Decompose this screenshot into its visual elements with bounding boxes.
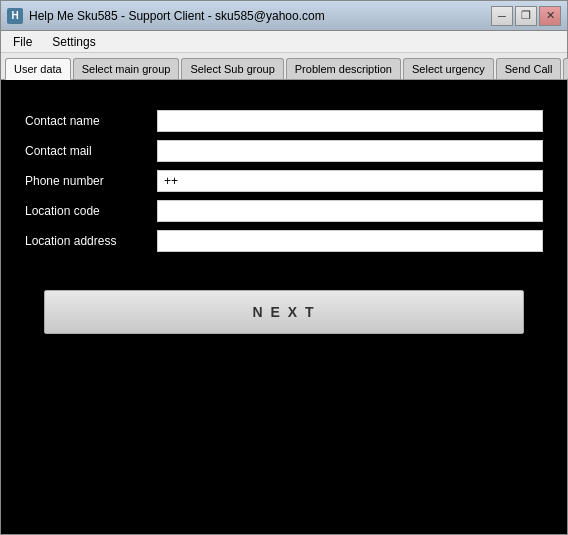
close-button[interactable]: ✕ [539, 6, 561, 26]
menu-bar: File Settings [1, 31, 567, 53]
location-address-label: Location address [25, 234, 145, 248]
next-button-area: N E X T [25, 290, 543, 334]
menu-file[interactable]: File [5, 33, 40, 51]
tab-select-main-group[interactable]: Select main group [73, 58, 180, 79]
window-controls: ─ ❐ ✕ [491, 6, 561, 26]
location-code-row: Location code [25, 200, 543, 222]
location-code-input[interactable] [157, 200, 543, 222]
user-data-form: Contact name Contact mail Phone number L… [25, 100, 543, 270]
menu-settings[interactable]: Settings [44, 33, 103, 51]
phone-number-row: Phone number [25, 170, 543, 192]
tab-select-sub-group[interactable]: Select Sub group [181, 58, 283, 79]
minimize-button[interactable]: ─ [491, 6, 513, 26]
tab-settings[interactable]: Settings [563, 58, 568, 79]
window-title: Help Me Sku585 - Support Client - sku585… [29, 9, 325, 23]
restore-button[interactable]: ❐ [515, 6, 537, 26]
tab-bar: User data Select main group Select Sub g… [1, 53, 567, 80]
tab-send-call[interactable]: Send Call [496, 58, 562, 79]
contact-mail-label: Contact mail [25, 144, 145, 158]
contact-name-row: Contact name [25, 110, 543, 132]
next-button[interactable]: N E X T [44, 290, 524, 334]
phone-number-input[interactable] [157, 170, 543, 192]
tab-user-data[interactable]: User data [5, 58, 71, 80]
phone-number-label: Phone number [25, 174, 145, 188]
tab-problem-description[interactable]: Problem description [286, 58, 401, 79]
title-bar: H Help Me Sku585 - Support Client - sku5… [1, 1, 567, 31]
location-code-label: Location code [25, 204, 145, 218]
location-address-input[interactable] [157, 230, 543, 252]
content-area: Contact name Contact mail Phone number L… [1, 80, 567, 534]
location-address-row: Location address [25, 230, 543, 252]
contact-mail-input[interactable] [157, 140, 543, 162]
tab-select-urgency[interactable]: Select urgency [403, 58, 494, 79]
title-bar-left: H Help Me Sku585 - Support Client - sku5… [7, 8, 325, 24]
contact-mail-row: Contact mail [25, 140, 543, 162]
main-window: H Help Me Sku585 - Support Client - sku5… [0, 0, 568, 535]
app-icon: H [7, 8, 23, 24]
contact-name-label: Contact name [25, 114, 145, 128]
contact-name-input[interactable] [157, 110, 543, 132]
